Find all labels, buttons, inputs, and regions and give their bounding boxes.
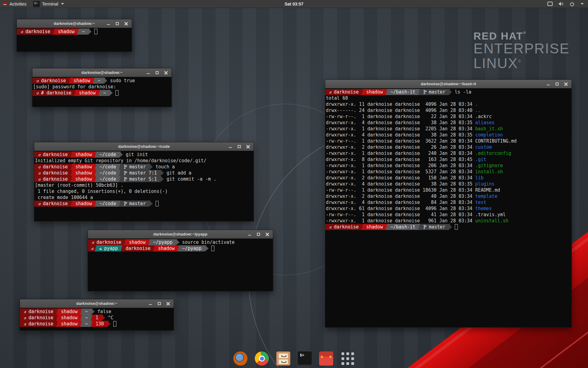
terminal-line: ↺darknoiseshadow~/codemaster S:1git comm… [35,176,254,182]
segment-text: 130 [96,321,104,327]
prompt-segment-user: ↺darknoise [34,164,73,170]
prompt-segment-host: shadow [124,239,150,245]
segment-text: ~ [103,90,106,96]
terminal-content[interactable]: ↺darknoiseshadow~ [17,28,132,52]
minimize-button[interactable] [248,232,251,236]
firefox-icon[interactable] [233,351,247,366]
rhel-logo: RED HAT® ENTERPRISE LINUX® [473,31,570,71]
close-button[interactable] [266,232,269,236]
display-icon[interactable] [547,2,553,6]
app-grid-icon[interactable] [341,351,355,366]
segment-text: shadow [129,240,145,245]
activities-button[interactable]: Activities [0,0,30,8]
terminal-content[interactable]: ↺darknoiseshadow~sudo true[sudo] passwor… [32,77,172,107]
terminal-line: -rwxrwxr-x. 1 darknoise darknoise 206 Ja… [326,163,571,169]
segment-text: shadow [58,29,74,34]
terminal-text: touch a [156,164,175,170]
terminal-line: ↺darknoiseshadow~/bash-itmasterls -la [326,89,571,95]
minimize-button[interactable] [146,71,150,75]
maximize-button[interactable] [555,82,559,86]
toolbox-icon[interactable] [319,351,333,366]
terminal-content[interactable]: ↺darknoiseshadow~/pyappsource bin/activa… [88,239,273,291]
titlebar[interactable]: darknoise@shadow:~/bash-it [325,80,571,88]
terminal-text: drwxrwxr-x. 4 darknoise darknoise 38 Jan… [326,181,475,187]
git-branch-icon [124,201,127,206]
titlebar[interactable]: darknoise@shadow:~ [20,299,174,308]
prompt-segment-git: master [119,201,151,207]
prompt-segment-git: master S:1 [119,176,162,182]
close-button[interactable] [124,22,128,25]
segment-text: master [429,89,445,95]
prompt-segment-host: shadow [362,224,388,230]
segment-text: ~/pyapp [182,246,202,251]
file-manager-icon[interactable] [276,351,290,366]
prompt-segment-user: ↺darknoise [34,176,73,182]
prompt-history-icon: ↺ [92,240,94,244]
power-icon[interactable] [570,2,575,6]
maximize-button[interactable] [257,232,260,236]
terminal-text: aliases [475,120,495,125]
terminal-content[interactable]: ↺darknoiseshadow~/bash-itmasterls -latot… [325,88,571,327]
app-indicator-terminal[interactable]: $> Terminal [30,0,67,8]
titlebar[interactable]: darknoise@shadow:~/code [34,142,254,151]
maximize-button[interactable] [115,22,119,25]
segment-text: master [129,201,146,206]
prompt-segment-path: ~/code [95,170,121,176]
clock[interactable]: Sat 03:57 [0,2,588,6]
prompt-segment-host: shadow [71,170,97,176]
chrome-icon[interactable] [255,351,269,366]
maximize-button[interactable] [157,302,161,305]
terminal-window: darknoise@shadow:~↺darknoiseshadow~sudo … [32,68,172,107]
minimize-button[interactable] [228,145,232,148]
titlebar[interactable]: darknoise@shadow:~/pyapp [88,230,273,239]
volume-icon[interactable] [558,2,564,6]
prompt-segment-user: ↺# darknoise [32,90,76,96]
terminal-line: ↺darknoiseshadow~ [17,29,132,35]
titlebar[interactable]: darknoise@shadow:~ [17,19,132,28]
terminal-content[interactable]: ↺darknoiseshadow~false↺darknoiseshadow~1… [20,308,174,330]
terminal-text: drwxrwxr-x. 2 darknoise darknoise 40 Jan… [326,194,475,199]
prompt-segment-path: ~/bash-it [386,89,420,95]
terminal-line: ↺darknoiseshadow~/pyappsource bin/activa… [89,239,273,245]
prompt-segment-git: master ?:1 [119,170,162,176]
minimize-button[interactable] [149,302,152,305]
prompt-segment-git: master [418,224,450,230]
terminal-text: -rwxrwxr-x. 1 darknoise darknoise 5327 J… [326,169,475,174]
terminal-text: uninstall.sh [475,218,508,224]
titlebar[interactable]: darknoise@shadow:~ [32,68,172,77]
terminal-launcher-icon[interactable]: $> [298,351,312,366]
git-branch-icon [124,177,127,181]
close-button[interactable] [246,145,250,148]
dock: $> [233,351,355,366]
terminal-cursor [156,201,159,206]
terminal-text: Initialized empty Git repository in /hom… [35,158,206,163]
rhel-logo-line2: ENTERPRISE [473,41,570,56]
prompt-segment-path: ~/bash-it [386,224,420,230]
system-menu-chevron-icon[interactable] [581,3,584,5]
terminal-line: drwxrwxr-x. 4 darknoise darknoise 38 Jan… [326,132,571,138]
minimize-button[interactable] [107,22,110,25]
segment-text: ~ [82,29,85,34]
minimize-button[interactable] [546,82,550,86]
terminal-text: -rwxrwxr-x. 1 darknoise darknoise 206 Ja… [326,163,475,168]
segment-text: darknoise [43,152,68,157]
close-button[interactable] [164,71,168,75]
maximize-button[interactable] [155,71,159,75]
prompt-segment-host: shadow [362,89,388,95]
close-button[interactable] [166,302,170,305]
prompt-segment-host: shadow [56,315,82,321]
segment-text: master [429,224,445,230]
terminal-line: Initialized empty Git repository in /hom… [35,158,254,164]
prompt-segment-user: ↺darknoise [325,224,364,230]
rhel-logo-line3: LINUX® [473,56,570,71]
terminal-text: template [475,194,497,199]
segment-text: # darknoise [41,90,71,96]
segment-text: ~/code [100,176,116,182]
prompt-segment-host: shadow [56,321,82,327]
terminal-line: drwxrwxr-x. 2 darknoise darknoise 26 Jan… [326,144,571,150]
prompt-history-icon: ↺ [38,153,41,157]
maximize-button[interactable] [237,145,241,148]
close-button[interactable] [564,82,568,86]
terminal-content[interactable]: ↺darknoiseshadow~/codegit initInitialize… [34,151,254,221]
segment-text: darknoise [334,89,359,95]
